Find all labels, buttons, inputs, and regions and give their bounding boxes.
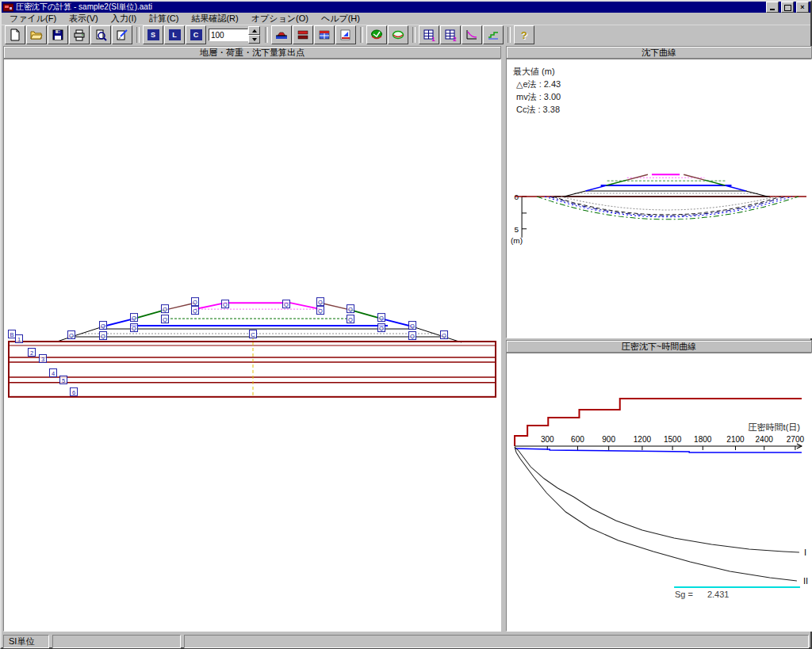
svg-text:2400: 2400 <box>756 435 774 444</box>
minimize-button[interactable] <box>766 2 779 13</box>
zoom-spin-up[interactable] <box>248 26 260 35</box>
menu-item-results[interactable]: 結果確認(R) <box>185 13 244 25</box>
svg-text:5: 5 <box>514 225 519 234</box>
svg-text:B: B <box>10 331 14 338</box>
section-drawing: QQQQQQQQQQQQQQQQQQQQCB123456 <box>4 59 500 631</box>
settlement-panel: 沈下曲線 05(m) 最大値 (m) △e法 : 2.43 mv法 : 3.00… <box>506 46 812 338</box>
svg-text:II: II <box>803 576 808 586</box>
magnifier-page-icon <box>94 29 107 41</box>
svg-text:6: 6 <box>72 389 75 396</box>
open-file-button[interactable] <box>26 25 47 44</box>
toolbar-separator <box>508 27 511 43</box>
toolbar-separator <box>360 27 363 43</box>
svg-text:600: 600 <box>571 435 584 444</box>
menu-item-help[interactable]: ヘルプ(H) <box>315 13 366 25</box>
c-view-button[interactable]: C <box>186 25 206 44</box>
svg-text:Q: Q <box>318 299 323 306</box>
time-curve2-button[interactable] <box>483 25 504 44</box>
settlement-panel-title: 沈下曲線 <box>506 46 812 59</box>
floppy-icon <box>52 29 64 41</box>
save-button[interactable] <box>48 25 68 44</box>
svg-text:Q: Q <box>101 333 105 340</box>
svg-text:1200: 1200 <box>634 435 652 444</box>
svg-text:C: C <box>251 331 255 338</box>
printer-icon <box>73 29 86 41</box>
zoom-control <box>209 26 260 44</box>
svg-text:5: 5 <box>62 377 65 384</box>
point-view-button[interactable] <box>335 25 356 44</box>
app-icon <box>3 3 13 12</box>
grid-section-view-button[interactable] <box>314 25 335 44</box>
down-arrow-icon <box>252 38 257 41</box>
toolbar-separator <box>265 27 268 43</box>
new-file-button[interactable] <box>5 25 25 44</box>
menu-item-input[interactable]: 入力(I) <box>105 13 143 25</box>
pencil-page-icon <box>116 29 128 41</box>
svg-text:Q: Q <box>348 306 353 313</box>
settlement-circle-button[interactable] <box>366 25 387 44</box>
svg-text:Q: Q <box>442 332 446 339</box>
status-cell-2 <box>52 635 181 648</box>
menu-bar: ファイル(F) 表示(V) 入力(I) 計算(C) 結果確認(R) オプション(… <box>2 13 810 25</box>
svg-text:Q: Q <box>101 323 105 330</box>
status-unit-cell: SI単位 <box>3 635 49 648</box>
time-curve-panel-title: 圧密沈下~時間曲線 <box>506 340 812 353</box>
sg-label: Sg = <box>675 590 693 599</box>
svg-text:Q: Q <box>69 332 74 339</box>
print-button[interactable] <box>69 25 90 44</box>
embankment-section-icon <box>275 29 288 41</box>
toolbar-separator <box>412 27 416 43</box>
svg-text:Q: Q <box>163 306 167 313</box>
svg-text:1800: 1800 <box>694 435 712 444</box>
status-bar: SI単位 <box>3 635 809 648</box>
final-settlement-label: Sg =2.431 <box>675 590 729 599</box>
maximize-button[interactable] <box>781 2 794 13</box>
edit-conditions-button[interactable] <box>112 25 132 44</box>
result-table1-button[interactable]: 1 <box>419 25 439 44</box>
svg-text:Q: Q <box>193 307 197 315</box>
time-drawing-area[interactable]: 300600900120015001800210024002700III 圧密時… <box>506 353 812 632</box>
result-table2-button[interactable]: 2 <box>440 25 461 44</box>
time-axis-label: 圧密時間t(日) <box>749 422 800 433</box>
l-view-button[interactable]: L <box>164 25 185 44</box>
table-2-icon: 2 <box>444 29 457 41</box>
menu-item-calc[interactable]: 計算(C) <box>143 13 185 25</box>
zoom-percent-input[interactable] <box>209 29 248 41</box>
print-preview-button[interactable] <box>90 25 111 44</box>
settlement-curve-button[interactable] <box>388 25 408 44</box>
new-file-icon <box>9 29 21 41</box>
settlement-curve-icon <box>392 29 404 41</box>
settlement-drawing-area[interactable]: 05(m) 最大値 (m) △e法 : 2.43 mv法 : 3.00 Cc法 … <box>506 59 812 338</box>
svg-text:Q: Q <box>132 325 136 332</box>
svg-text:3: 3 <box>41 356 44 363</box>
layer-view-button[interactable] <box>293 25 313 44</box>
up-arrow-icon <box>252 29 257 32</box>
svg-text:Q: Q <box>410 323 415 330</box>
help-button[interactable]: ? <box>514 25 534 44</box>
close-button[interactable]: × <box>796 2 809 13</box>
svg-text:Q: Q <box>348 316 353 323</box>
section-panel-title: 地層・荷重・沈下量算出点 <box>3 46 501 59</box>
max-value-de: △e法 : 2.43 <box>516 78 561 90</box>
svg-text:Q: Q <box>163 316 167 323</box>
section-drawing-area[interactable]: QQQQQQQQQQQQQQQQQQQQCB123456 <box>3 59 501 632</box>
svg-text:1: 1 <box>431 36 435 42</box>
help-icon: ? <box>521 29 527 41</box>
menu-item-options[interactable]: オプション(O) <box>245 13 315 25</box>
zoom-spin-down[interactable] <box>248 35 260 44</box>
menu-item-view[interactable]: 表示(V) <box>63 13 105 25</box>
svg-text:300: 300 <box>541 435 554 444</box>
svg-text:1500: 1500 <box>664 435 682 444</box>
time-curve-panel: 圧密沈下~時間曲線 300600900120015001800210024002… <box>506 340 812 632</box>
app-window: 圧密沈下の計算 - sample2(SI単位).aati × ファイル(F) 表… <box>0 0 812 649</box>
toolbar-separator <box>136 27 140 43</box>
section-view-button[interactable] <box>271 25 292 44</box>
svg-text:Q: Q <box>318 307 323 315</box>
svg-text:Q: Q <box>132 315 136 322</box>
svg-text:2: 2 <box>453 36 457 42</box>
max-values-block: 最大値 (m) △e法 : 2.43 mv法 : 3.00 Cc法 : 3.38 <box>513 66 561 116</box>
menu-item-file[interactable]: ファイル(F) <box>3 13 63 25</box>
time-curve1-button[interactable] <box>462 25 482 44</box>
s-view-button[interactable]: S <box>143 25 163 44</box>
table-1-icon: 1 <box>423 29 435 41</box>
